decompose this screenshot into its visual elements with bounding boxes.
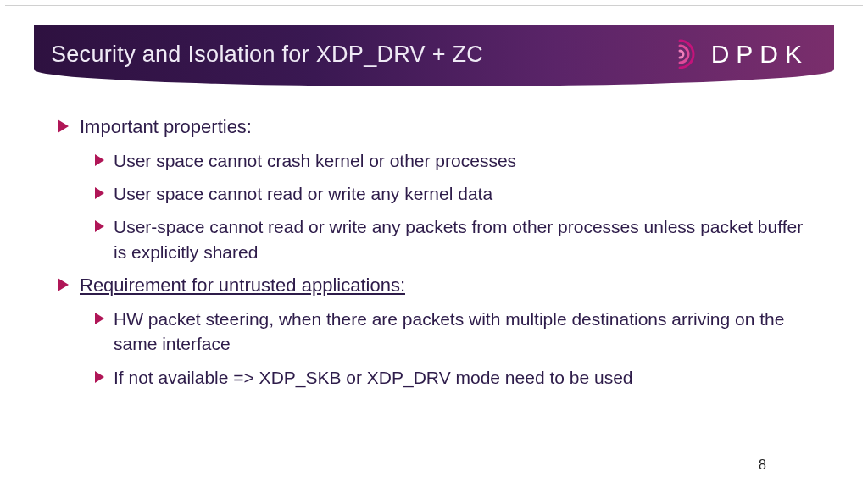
dpdk-logo: DPDK bbox=[669, 37, 809, 71]
dpdk-logo-text: DPDK bbox=[711, 40, 809, 69]
section-heading: Requirement for untrusted applications: bbox=[80, 274, 405, 296]
top-frame-line bbox=[5, 5, 863, 6]
sub-list: HW packet steering, when there are packe… bbox=[95, 307, 810, 390]
bullet-list: Important properties: User space cannot … bbox=[58, 114, 810, 390]
list-item: Important properties: User space cannot … bbox=[58, 114, 810, 264]
bullet-text: User space cannot crash kernel or other … bbox=[114, 151, 516, 170]
dpdk-logo-icon bbox=[669, 37, 703, 71]
slide-title: Security and Isolation for XDP_DRV + ZC bbox=[51, 42, 483, 68]
slide: Security and Isolation for XDP_DRV + ZC … bbox=[0, 0, 868, 488]
bullet-text: If not available => XDP_SKB or XDP_DRV m… bbox=[114, 368, 633, 387]
list-item: HW packet steering, when there are packe… bbox=[95, 307, 810, 357]
slide-header: Security and Isolation for XDP_DRV + ZC … bbox=[34, 25, 834, 86]
sub-list: User space cannot crash kernel or other … bbox=[95, 148, 810, 265]
bullet-text: HW packet steering, when there are packe… bbox=[114, 309, 784, 353]
list-item: User space cannot read or write any kern… bbox=[95, 181, 810, 206]
list-item: If not available => XDP_SKB or XDP_DRV m… bbox=[95, 365, 810, 390]
list-item: Requirement for untrusted applications: … bbox=[58, 273, 810, 390]
bullet-text: User-space cannot read or write any pack… bbox=[114, 217, 803, 261]
slide-body: Important properties: User space cannot … bbox=[58, 114, 810, 398]
list-item: User space cannot crash kernel or other … bbox=[95, 148, 810, 173]
bullet-text: User space cannot read or write any kern… bbox=[114, 184, 492, 203]
page-number: 8 bbox=[759, 458, 766, 473]
section-heading: Important properties: bbox=[80, 116, 252, 137]
list-item: User-space cannot read or write any pack… bbox=[95, 214, 810, 264]
